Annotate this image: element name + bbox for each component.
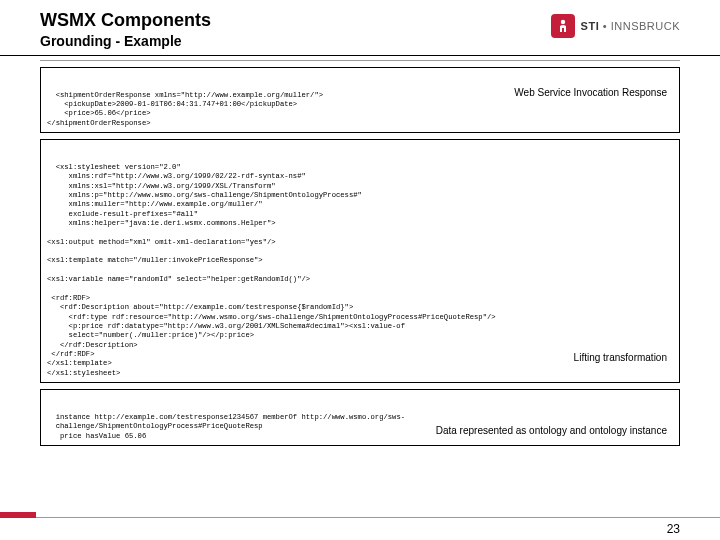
slide-subtitle: Grounding - Example <box>40 33 551 49</box>
logo-brand-dot: • <box>599 20 610 32</box>
logo-brand-sti: STI <box>581 20 600 32</box>
title-block: WSMX Components Grounding - Example <box>40 10 551 49</box>
code-response: <shipmentOrderResponse xmlns="http://www… <box>47 91 323 127</box>
annotation-response: Web Service Invocation Response <box>514 86 667 99</box>
header-divider <box>40 60 680 61</box>
logo: STI • INNSBRUCK <box>551 14 680 38</box>
slide-header: WSMX Components Grounding - Example STI … <box>0 0 720 56</box>
svg-point-0 <box>560 20 564 24</box>
page-number: 23 <box>667 522 680 536</box>
footer-accent <box>0 512 36 518</box>
code-block-response: Web Service Invocation Response <shipmen… <box>40 67 680 133</box>
code-xslt: <xsl:stylesheet version="2.0" xmlns:rdf=… <box>47 163 496 377</box>
slide-title: WSMX Components <box>40 10 551 31</box>
code-block-xslt: Lifting transformation <xsl:stylesheet v… <box>40 139 680 383</box>
code-block-instance: Data represented as ontology and ontolog… <box>40 389 680 446</box>
logo-text: STI • INNSBRUCK <box>581 20 680 32</box>
logo-icon <box>551 14 575 38</box>
logo-brand-city: INNSBRUCK <box>611 20 680 32</box>
code-instance: instance http://example.com/testresponse… <box>47 413 405 440</box>
annotation-lifting: Lifting transformation <box>574 351 667 364</box>
footer-divider <box>0 517 720 518</box>
annotation-ontology: Data represented as ontology and ontolog… <box>436 424 667 437</box>
